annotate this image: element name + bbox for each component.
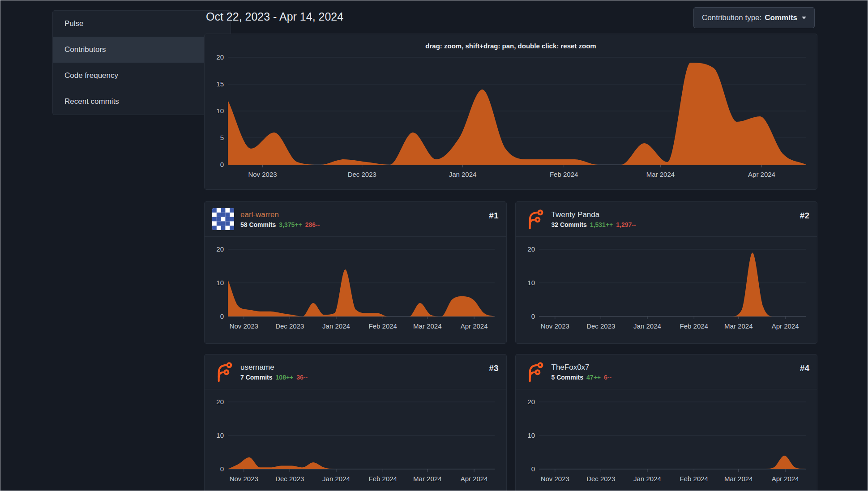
svg-text:20: 20 [216,53,224,61]
svg-text:Jan 2024: Jan 2024 [633,322,661,330]
main-content: Oct 22, 2023 - Apr 14, 2024 Contribution… [204,0,817,491]
contributor-rank: #4 [800,361,809,373]
contributor-stats: 32 Commits 1,531++ 1,297-- [552,221,794,228]
svg-text:Mar 2024: Mar 2024 [646,171,674,178]
contributor-stats: 7 Commits 108++ 36-- [240,374,483,381]
deletions-count: 286-- [305,221,320,228]
svg-text:Apr 2024: Apr 2024 [748,171,775,178]
svg-text:Jan 2024: Jan 2024 [322,322,350,330]
svg-text:20: 20 [527,398,535,406]
contributor-commits-chart[interactable]: 01020Nov 2023Dec 2023Jan 2024Feb 2024Mar… [212,245,499,335]
svg-text:Nov 2023: Nov 2023 [230,322,258,330]
commit-count: 58 Commits [240,221,276,228]
contributor-name[interactable]: Twenty Panda [552,210,794,219]
contributor-stats: 5 Commits 47++ 6-- [552,374,794,381]
contributor-name[interactable]: TheFox0x7 [552,363,794,372]
svg-text:5: 5 [220,134,223,141]
contributor-avatar [523,361,545,383]
forgejo-logo-avatar [523,208,545,230]
contribution-type-value: Commits [765,13,797,22]
additions-count: 108++ [276,374,294,381]
svg-text:Mar 2024: Mar 2024 [413,322,441,330]
svg-text:Dec 2023: Dec 2023 [586,322,615,330]
svg-text:Mar 2024: Mar 2024 [724,322,753,330]
svg-text:20: 20 [527,245,535,253]
svg-text:0: 0 [531,312,534,320]
svg-text:Jan 2024: Jan 2024 [322,475,350,482]
chart-zoom-hint: drag: zoom, shift+drag: pan, double clic… [205,34,817,50]
svg-text:20: 20 [217,398,224,406]
svg-text:Mar 2024: Mar 2024 [724,475,753,482]
svg-text:Dec 2023: Dec 2023 [347,171,376,178]
contributor-card: TheFox0x7 5 Commits 47++ 6-- #4 01020Nov… [515,354,818,491]
svg-text:0: 0 [531,465,534,473]
contributor-card: earl-warren 58 Commits 3,375++ 286-- #1 … [204,201,507,344]
contributor-card-header: earl-warren 58 Commits 3,375++ 286-- #1 [205,202,506,237]
overall-contributions-card: drag: zoom, shift+drag: pan, double clic… [204,34,817,190]
svg-text:Nov 2023: Nov 2023 [540,475,569,482]
repo-activity-contributors-page: { "sidebar": { "items": [ {"label": "Pul… [0,0,868,491]
svg-text:Nov 2023: Nov 2023 [540,322,569,330]
date-range-title: Oct 22, 2023 - Apr 14, 2024 [206,10,343,23]
contributor-avatar [212,361,234,383]
contributors-grid: earl-warren 58 Commits 3,375++ 286-- #1 … [204,201,817,491]
svg-text:Apr 2024: Apr 2024 [461,322,488,330]
svg-text:15: 15 [216,80,224,88]
contributor-commits-chart[interactable]: 01020Nov 2023Dec 2023Jan 2024Feb 2024Mar… [212,397,499,488]
svg-text:Mar 2024: Mar 2024 [413,475,441,482]
svg-text:Feb 2024: Feb 2024 [549,171,577,178]
svg-text:Feb 2024: Feb 2024 [680,475,708,482]
svg-text:10: 10 [217,279,224,286]
contributor-stats: 58 Commits 3,375++ 286-- [240,221,483,228]
contributor-avatar [212,208,234,230]
contributor-rank: #1 [489,208,498,221]
deletions-count: 1,297-- [616,221,636,228]
svg-text:20: 20 [217,245,224,253]
svg-text:0: 0 [220,465,224,473]
additions-count: 47++ [586,374,601,381]
contributor-avatar [523,208,545,230]
svg-text:Apr 2024: Apr 2024 [771,475,799,482]
overall-contributions-chart[interactable]: 05101520Nov 2023Dec 2023Jan 2024Feb 2024… [212,52,810,184]
contributor-rank: #2 [800,208,809,221]
svg-text:10: 10 [527,431,535,439]
contribution-type-label: Contribution type: [702,13,761,22]
contributor-name[interactable]: earl-warren [240,210,483,219]
forgejo-logo-avatar [212,361,234,383]
contributor-card: username 7 Commits 108++ 36-- #3 01020No… [204,354,507,491]
svg-text:Dec 2023: Dec 2023 [586,475,615,482]
svg-text:Jan 2024: Jan 2024 [633,475,661,482]
contributor-card: Twenty Panda 32 Commits 1,531++ 1,297-- … [515,201,818,344]
svg-text:10: 10 [216,107,224,115]
page-header: Oct 22, 2023 - Apr 14, 2024 Contribution… [204,0,817,34]
commit-count: 5 Commits [552,374,584,381]
additions-count: 1,531++ [590,221,613,228]
contributor-name[interactable]: username [240,363,483,372]
svg-text:Dec 2023: Dec 2023 [275,322,304,330]
svg-text:Apr 2024: Apr 2024 [461,475,488,482]
deletions-count: 36-- [296,374,308,381]
svg-text:Nov 2023: Nov 2023 [248,171,277,178]
svg-text:Feb 2024: Feb 2024 [680,322,708,330]
svg-text:0: 0 [220,161,223,168]
deletions-count: 6-- [604,374,611,381]
svg-text:Nov 2023: Nov 2023 [230,475,258,482]
svg-text:Dec 2023: Dec 2023 [275,475,304,482]
svg-text:Feb 2024: Feb 2024 [369,322,397,330]
svg-text:0: 0 [220,312,224,320]
contributor-rank: #3 [489,361,498,373]
commit-count: 32 Commits [552,221,587,228]
contributor-commits-chart[interactable]: 01020Nov 2023Dec 2023Jan 2024Feb 2024Mar… [523,245,810,335]
contribution-type-dropdown[interactable]: Contribution type: Commits [693,7,815,28]
additions-count: 3,375++ [279,221,302,228]
contributor-card-header: TheFox0x7 5 Commits 47++ 6-- #4 [516,354,817,389]
svg-text:Feb 2024: Feb 2024 [369,475,397,482]
commit-count: 7 Commits [240,374,273,381]
svg-text:Jan 2024: Jan 2024 [449,171,476,178]
svg-text:Apr 2024: Apr 2024 [771,322,799,330]
svg-text:10: 10 [217,431,224,439]
contributor-commits-chart[interactable]: 01020Nov 2023Dec 2023Jan 2024Feb 2024Mar… [523,397,810,488]
contributor-card-header: Twenty Panda 32 Commits 1,531++ 1,297-- … [516,202,817,237]
forgejo-logo-avatar [523,361,545,383]
identicon-avatar [212,208,234,230]
